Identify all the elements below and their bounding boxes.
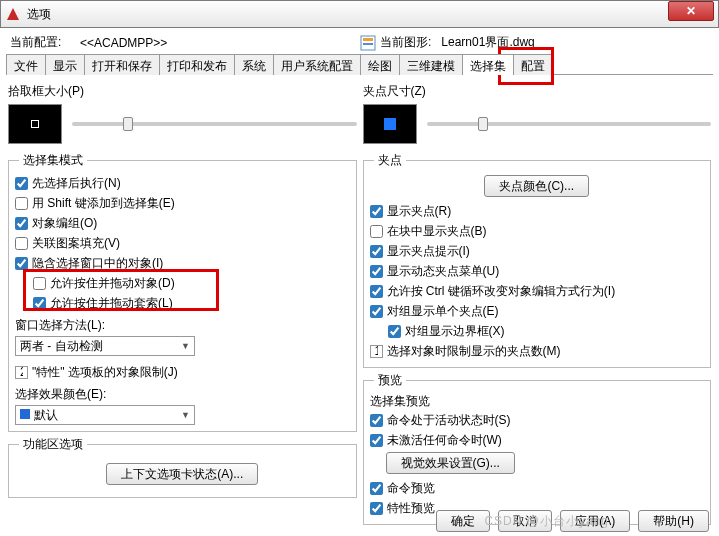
tab-drafting[interactable]: 绘图 xyxy=(360,54,400,75)
tab-system[interactable]: 系统 xyxy=(234,54,274,75)
selection-mode-group: 选择集模式 先选择后执行(N) 用 Shift 键添加到选择集(E) 对象编组(… xyxy=(8,152,357,432)
chk-dyn-grip-menu[interactable] xyxy=(370,265,383,278)
chk-preview-active[interactable] xyxy=(370,414,383,427)
tab-plot[interactable]: 打印和发布 xyxy=(159,54,235,75)
chk-group-single-grip[interactable] xyxy=(370,305,383,318)
chk-grip-tips[interactable] xyxy=(370,245,383,258)
pickbox-preview xyxy=(8,104,62,144)
grip-size-label: 夹点尺寸(Z) xyxy=(363,83,712,100)
left-column: 拾取框大小(P) 选择集模式 先选择后执行(N) 用 Shift 键添加到选择集… xyxy=(8,79,357,529)
effect-color-combo[interactable]: 默认 ▼ xyxy=(15,405,195,425)
preview-group: 预览 选择集预览 命令处于活动状态时(S) 未激活任何命令时(W) 视觉效果设置… xyxy=(363,372,712,525)
chk-implied-window[interactable] xyxy=(15,257,28,270)
tab-userpref[interactable]: 用户系统配置 xyxy=(273,54,361,75)
prop-limit-input[interactable] xyxy=(15,366,28,379)
grip-slider[interactable] xyxy=(427,122,712,126)
visual-effect-button[interactable]: 视觉效果设置(G)... xyxy=(386,452,515,474)
tab-files[interactable]: 文件 xyxy=(6,54,46,75)
selection-preview-title: 选择集预览 xyxy=(370,393,705,410)
current-profile-label: 当前配置: xyxy=(10,34,80,51)
current-drawing-value: Learn01界面.dwg xyxy=(441,34,534,51)
chk-grips-in-block[interactable] xyxy=(370,225,383,238)
chevron-down-icon: ▼ xyxy=(181,410,190,420)
apply-button[interactable]: 应用(A) xyxy=(560,510,630,532)
svg-rect-1 xyxy=(363,38,373,41)
grip-preview xyxy=(363,104,417,144)
cancel-button[interactable]: 取消 xyxy=(498,510,552,532)
ok-button[interactable]: 确定 xyxy=(436,510,490,532)
tabs: 文件 显示 打开和保存 打印和发布 系统 用户系统配置 绘图 三维建模 选择集 … xyxy=(6,53,713,75)
right-column: 夹点尺寸(Z) 夹点 夹点颜色(C)... 显示夹点(R) 在块中显示夹点(B)… xyxy=(363,79,712,529)
chk-group-bbox[interactable] xyxy=(388,325,401,338)
current-profile-value: <<ACADMPP>> xyxy=(80,36,360,50)
titlebar: 选项 ✕ xyxy=(0,0,719,28)
color-swatch-icon xyxy=(20,409,30,419)
chk-prop-preview[interactable] xyxy=(370,502,383,515)
chk-cmd-preview[interactable] xyxy=(370,482,383,495)
selection-mode-title: 选择集模式 xyxy=(19,152,87,169)
dialog-footer: 确定 取消 应用(A) 帮助(H) xyxy=(436,510,709,532)
profile-bar: 当前配置: <<ACADMPP>> 当前图形: Learn01界面.dwg xyxy=(0,28,719,53)
help-button[interactable]: 帮助(H) xyxy=(638,510,709,532)
chk-drag-lasso[interactable] xyxy=(33,297,46,310)
preview-title: 预览 xyxy=(374,372,406,389)
ribbon-options-title: 功能区选项 xyxy=(19,436,87,453)
chk-preview-noactive[interactable] xyxy=(370,434,383,447)
chk-object-group[interactable] xyxy=(15,217,28,230)
window-title: 选项 xyxy=(27,6,714,23)
chk-ctrl-cycle[interactable] xyxy=(370,285,383,298)
prop-limit-label: "特性" 选项板的对象限制(J) xyxy=(32,363,178,381)
context-tab-state-button[interactable]: 上下文选项卡状态(A)... xyxy=(106,463,258,485)
grip-title: 夹点 xyxy=(374,152,406,169)
effect-color-label: 选择效果颜色(E): xyxy=(15,386,350,403)
tab-open-save[interactable]: 打开和保存 xyxy=(84,54,160,75)
current-drawing-label: 当前图形: xyxy=(380,34,431,51)
tab-profiles[interactable]: 配置 xyxy=(513,54,553,75)
app-logo-icon xyxy=(5,6,21,22)
chk-drag-object[interactable] xyxy=(33,277,46,290)
pickbox-size-label: 拾取框大小(P) xyxy=(8,83,357,100)
window-method-combo[interactable]: 两者 - 自动检测▼ xyxy=(15,336,195,356)
grip-limit-input[interactable] xyxy=(370,345,383,358)
tab-display[interactable]: 显示 xyxy=(45,54,85,75)
chk-assoc-hatch[interactable] xyxy=(15,237,28,250)
chk-shift-add[interactable] xyxy=(15,197,28,210)
svg-rect-2 xyxy=(363,43,373,45)
chevron-down-icon: ▼ xyxy=(181,341,190,351)
ribbon-options-group: 功能区选项 上下文选项卡状态(A)... xyxy=(8,436,357,498)
chk-preselect[interactable] xyxy=(15,177,28,190)
grip-group: 夹点 夹点颜色(C)... 显示夹点(R) 在块中显示夹点(B) 显示夹点提示(… xyxy=(363,152,712,368)
close-button[interactable]: ✕ xyxy=(668,1,714,21)
pickbox-slider[interactable] xyxy=(72,122,357,126)
window-method-label: 窗口选择方法(L): xyxy=(15,317,350,334)
tab-selection[interactable]: 选择集 xyxy=(462,54,514,75)
tab-3d[interactable]: 三维建模 xyxy=(399,54,463,75)
dwg-icon xyxy=(360,35,376,51)
grip-limit-label: 选择对象时限制显示的夹点数(M) xyxy=(387,342,561,360)
chk-show-grips[interactable] xyxy=(370,205,383,218)
grip-color-button[interactable]: 夹点颜色(C)... xyxy=(484,175,589,197)
